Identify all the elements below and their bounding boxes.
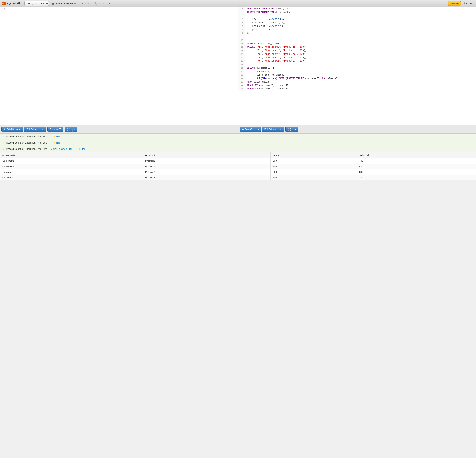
logo-text: SQL Fiddle — [7, 2, 21, 5]
result-link-2[interactable]: ⚡ link — [53, 141, 60, 144]
result-link-1[interactable]: ⚡ link — [53, 135, 60, 138]
result-text-3: Record Count: 0; Execution Time: 3ms — [6, 147, 47, 150]
results-section: ✔ Record Count: 0; Execution Time: 1ms →… — [0, 134, 476, 181]
table-row: Customer2Product2200300 — [0, 169, 476, 175]
query-line-13: 13 ('2', 'Customer1', 'Product1', 200), — [238, 49, 476, 52]
query-line-3: 3( — [238, 14, 476, 18]
schema-semicolon-button[interactable]: [ ; ] — [65, 127, 72, 132]
check-icon-2: ✔ — [3, 141, 5, 144]
logo-icon: SQL — [2, 1, 6, 6]
schema-panel: 1 ⬇ Build Schema Edit Fullscreen ⤢ Brows… — [0, 7, 238, 133]
cell-1-1: Product2 — [143, 164, 271, 169]
query-line-12: 12VALUES ('1', 'Customer1', 'Product1', … — [238, 45, 476, 49]
result-row-3: ✔ Record Count: 0; Execution Time: 3ms +… — [0, 146, 476, 152]
table-row: Customer2Product3100300 — [0, 175, 476, 181]
schema-semicolon-dropdown[interactable]: ▼ — [72, 127, 77, 132]
cell-2-0: Customer2 — [0, 169, 143, 175]
query-line-16: 16 ('5', 'Customer2', 'Product3', 100); — [238, 59, 476, 63]
schema-line-1: 1 — [0, 7, 238, 11]
clear-button[interactable]: ↻ Clear — [79, 1, 91, 6]
link-icon-3: ⚡ — [78, 147, 81, 150]
result-text-2: Record Count: 0; Execution Time: 2ms — [6, 141, 47, 144]
schema-browser-button[interactable]: Browser ☰ — [47, 127, 63, 132]
download-icon: ⬇ — [4, 128, 6, 130]
cell-3-0: Customer2 — [0, 175, 143, 181]
donate-button[interactable]: Donate — [448, 1, 461, 6]
fullscreen-icon: ⤢ — [42, 128, 44, 130]
header: SQL SQL Fiddle PostgreSQL 9.3 ▦ View Sam… — [0, 0, 476, 7]
schema-editor[interactable]: 1 — [0, 7, 238, 125]
cell-0-0: Customer1 — [0, 158, 143, 164]
cell-1-3: 400 — [357, 164, 476, 169]
link-icon-2: ⚡ — [53, 141, 56, 144]
table-body: Customer1Product1300400Customer1Product2… — [0, 158, 476, 181]
query-semicolon-button[interactable]: [ ; ] — [285, 127, 293, 132]
link-icon-1: ⚡ — [53, 135, 56, 138]
table-row: Customer1Product1300400 — [0, 158, 476, 164]
col-header-sales_all: sales_all — [357, 152, 476, 158]
result-link-3[interactable]: ⚡ link — [78, 147, 85, 150]
query-editor[interactable]: 1DROP TABLE IF EXISTS sales_table;2CREAT… — [238, 7, 476, 125]
query-semicolon-split: [ ; ] ▼ — [285, 127, 298, 132]
result-row-2: ✔ Record Count: 0; Execution Time: 2ms →… — [0, 140, 476, 146]
query-line-14: 14 ('3', 'Customer1', 'Product2', 100), — [238, 52, 476, 56]
text-to-ddl-button[interactable]: 🔧 Text to DDL — [93, 1, 112, 6]
query-edit-fullscreen-button[interactable]: Edit Fullscreen ⤢ — [262, 127, 284, 132]
wrench-icon: 🔧 — [94, 2, 97, 5]
cell-0-1: Product1 — [143, 158, 271, 164]
query-line-11: 11INSERT INTO sales_table — [238, 42, 476, 46]
query-semicolon-dropdown[interactable]: ▼ — [293, 127, 298, 132]
results-table: customeridproductidsalessales_all Custom… — [0, 152, 476, 181]
cell-0-2: 300 — [271, 158, 357, 164]
result-row-1: ✔ Record Count: 0; Execution Time: 1ms →… — [0, 134, 476, 140]
query-line-8: 8); — [238, 31, 476, 35]
view-sample-icon: ▦ — [52, 2, 54, 5]
play-icon: ▶ — [242, 128, 244, 130]
cell-2-1: Product2 — [143, 169, 271, 175]
plus-icon: + — [49, 147, 50, 150]
query-line-22: 22FROM sales_table — [238, 80, 476, 84]
build-schema-button[interactable]: ⬇ Build Schema — [1, 127, 23, 132]
query-line-19: 19 productID, — [238, 70, 476, 73]
check-icon-3: ✔ — [3, 147, 5, 150]
table-header-row: customeridproductidsalessales_all — [0, 152, 476, 158]
table-head: customeridproductidsalessales_all — [0, 152, 476, 158]
run-sql-button[interactable]: ▶ Run SQL — [240, 127, 256, 132]
view-execution-plan-link[interactable]: + View Execution Plan — [49, 147, 73, 150]
cell-0-3: 400 — [357, 158, 476, 164]
check-icon-1: ✔ — [3, 135, 5, 138]
cell-2-2: 200 — [271, 169, 357, 175]
run-sql-dropdown[interactable]: ▼ — [256, 127, 261, 132]
query-line-23: 23GROUP BY customerID, productID — [238, 84, 476, 87]
cell-3-1: Product3 — [143, 175, 271, 181]
cell-2-3: 300 — [357, 169, 476, 175]
info-icon: ℹ — [464, 2, 465, 5]
schema-semicolon-split: [ ; ] ▼ — [65, 127, 77, 132]
cell-1-0: Customer1 — [0, 164, 143, 169]
query-panel: 1DROP TABLE IF EXISTS sales_table;2CREAT… — [238, 7, 476, 133]
query-line-20: 20 SUM(price) AS sales, — [238, 73, 476, 77]
view-sample-button[interactable]: ▦ View Sample Fiddle — [50, 1, 78, 6]
list-icon: ☰ — [59, 128, 61, 130]
svg-text:SQL: SQL — [2, 3, 6, 5]
db-select[interactable]: PostgreSQL 9.3 — [24, 1, 49, 6]
about-button[interactable]: ℹ About — [462, 1, 474, 6]
cell-1-2: 100 — [271, 164, 357, 169]
query-toolbar: ▶ Run SQL ▼ Edit Fullscreen ⤢ [ ; ] ▼ — [238, 125, 476, 133]
query-line-2: 2CREATE TEMPORARY TABLE sales_table — [238, 11, 476, 14]
schema-edit-fullscreen-button[interactable]: Edit Fullscreen ⤢ — [24, 127, 46, 132]
query-line-7: 7 price float — [238, 28, 476, 32]
query-line-6: 6 productID varchar(10), — [238, 25, 476, 28]
col-header-sales: sales — [271, 152, 357, 158]
fullscreen-icon-query: ⤢ — [280, 128, 282, 130]
result-text-1: Record Count: 0; Execution Time: 1ms — [6, 135, 47, 138]
editors-container: 1 ⬇ Build Schema Edit Fullscreen ⤢ Brows… — [0, 7, 476, 134]
query-line-4: 4 key varchar(6), — [238, 17, 476, 21]
query-line-9: 9 — [238, 35, 476, 38]
col-header-customerid: customerid — [0, 152, 143, 158]
logo-area: SQL SQL Fiddle — [2, 1, 21, 6]
query-line-24: 24ORDER BY customerID, productID — [238, 87, 476, 91]
query-line-5: 5 customerID varchar(10), — [238, 21, 476, 25]
cell-3-3: 300 — [357, 175, 476, 181]
run-sql-split: ▶ Run SQL ▼ — [240, 127, 261, 132]
